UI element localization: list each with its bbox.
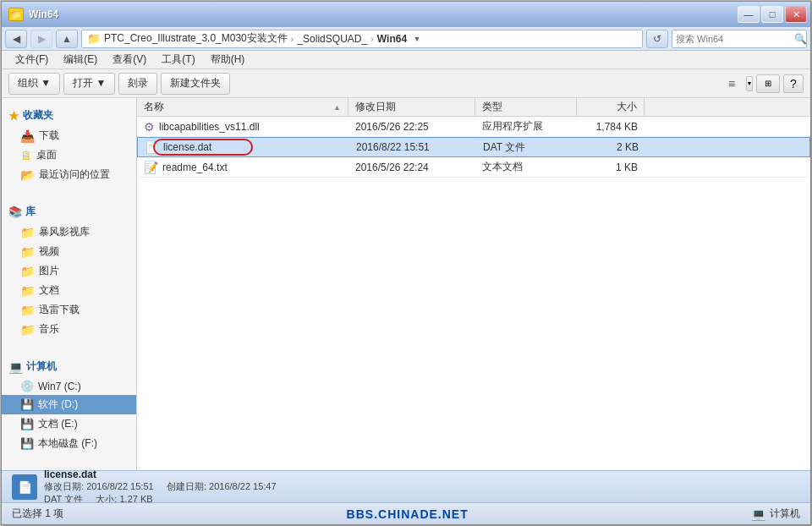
file-size-cell: 1,784 KB (577, 119, 645, 134)
e-drive-icon: 💾 (20, 418, 34, 430)
sidebar: ★ 收藏夹 📥 下载 🖥 桌面 📂 最近访问的位置 (2, 98, 137, 470)
library-header[interactable]: 📚 库 (2, 201, 136, 222)
path-sep-1: › (291, 34, 294, 44)
file-name-cell: 📄 license.dat (138, 139, 349, 156)
burn-button[interactable]: 刻录 (118, 73, 157, 95)
new-folder-label: 新建文件夹 (170, 76, 221, 90)
sidebar-item-media[interactable]: 📁 暴风影视库 (2, 222, 136, 242)
computer-header[interactable]: 💻 计算机 (2, 356, 136, 377)
library-label: 库 (25, 205, 36, 219)
sidebar-item-recent[interactable]: 📂 最近访问的位置 (2, 165, 136, 184)
address-path[interactable]: 📁 PTC_Creo_Illustrate_3.0_M030安装文件 › _So… (81, 30, 643, 48)
column-headers: 名称 ▲ 修改日期 类型 大小 (137, 98, 810, 117)
status-filename: license.dat (44, 468, 800, 480)
title-bar: 📁 Win64 — □ ✕ (2, 2, 810, 27)
view-toggle-button[interactable]: ≡ (721, 74, 743, 93)
dat-file-icon: 📄 (145, 140, 159, 154)
organize-button[interactable]: 组织 ▼ (8, 73, 60, 95)
menu-file[interactable]: 文件(F) (8, 51, 55, 68)
table-row[interactable]: 📄 license.dat 2016/8/22 15:51 DAT 文件 2 K… (137, 137, 810, 157)
c-drive-icon: 💿 (20, 380, 34, 392)
sidebar-item-docs[interactable]: 📁 文档 (2, 281, 136, 300)
menu-help[interactable]: 帮助(H) (204, 51, 252, 68)
sidebar-item-download[interactable]: 📥 下载 (2, 126, 136, 145)
sidebar-item-f-drive[interactable]: 💾 本地磁盘 (F:) (2, 434, 136, 453)
txt-file-icon: 📝 (144, 161, 158, 174)
file-list[interactable]: 名称 ▲ 修改日期 类型 大小 (137, 98, 810, 470)
pictures-folder-icon: 📁 (20, 265, 35, 278)
dll-file-icon: ⚙ (144, 120, 155, 134)
file-name-cell: ⚙ libcapabilities_vs11.dll (137, 118, 348, 135)
sidebar-thunder-label: 迅雷下载 (39, 303, 80, 317)
sidebar-item-e-drive[interactable]: 💾 文档 (E:) (2, 414, 136, 434)
watermark: BBS.CHINADE.NET (347, 507, 469, 521)
help-button[interactable]: ? (783, 74, 804, 93)
sidebar-pictures-label: 图片 (39, 264, 59, 278)
sidebar-item-c-drive[interactable]: 💿 Win7 (C:) (2, 377, 136, 395)
search-icon[interactable]: 🔍 (794, 33, 807, 45)
path-folder-icon: 📁 (87, 32, 101, 45)
create-date: 2016/8/22 15:47 (209, 481, 277, 491)
forward-button[interactable]: ▶ (30, 30, 52, 48)
file-date-cell: 2016/5/26 22:25 (348, 119, 475, 134)
burn-label: 刻录 (128, 76, 148, 90)
path-dropdown-arrow[interactable]: ▼ (410, 32, 424, 46)
table-row[interactable]: ⚙ libcapabilities_vs11.dll 2016/5/26 22:… (137, 117, 810, 137)
modify-date: 2016/8/22 15:51 (86, 481, 154, 491)
selected-count: 已选择 1 项 (12, 507, 63, 521)
col-name-label: 名称 (144, 100, 164, 114)
col-header-size[interactable]: 大小 (577, 98, 645, 117)
col-date-label: 修改日期 (355, 100, 396, 114)
view-icon-btn[interactable]: ⊞ (756, 74, 780, 93)
toolbar: 组织 ▼ 打开 ▼ 刻录 新建文件夹 ≡ ▼ ⊞ ? (2, 69, 810, 98)
sidebar-f-drive-label: 本地磁盘 (F:) (38, 436, 97, 451)
sidebar-d-drive-label: 软件 (D:) (38, 397, 78, 412)
back-button[interactable]: ◀ (5, 30, 27, 48)
sidebar-item-thunder[interactable]: 📁 迅雷下载 (2, 300, 136, 320)
new-folder-button[interactable]: 新建文件夹 (161, 73, 230, 95)
desktop-icon: 🖥 (20, 149, 32, 162)
file-row-wrapper-license: 📄 license.dat 2016/8/22 15:51 DAT 文件 2 K… (137, 137, 810, 157)
menu-tools[interactable]: 工具(T) (155, 51, 201, 68)
create-label: 创建日期: (167, 481, 206, 491)
sidebar-item-video[interactable]: 📁 视频 (2, 242, 136, 261)
sidebar-item-pictures[interactable]: 📁 图片 (2, 261, 136, 281)
up-button[interactable]: ▲ (56, 30, 78, 48)
file-date-cell: 2016/8/22 15:51 (349, 140, 476, 155)
title-bar-left: 📁 Win64 (8, 8, 58, 21)
menu-edit[interactable]: 编辑(E) (57, 51, 104, 68)
file-size-cell: 2 KB (578, 140, 645, 155)
status-info: license.dat 修改日期: 2016/8/22 15:51 创建日期: … (44, 468, 800, 506)
file-type-cell: DAT 文件 (476, 139, 578, 156)
view-dropdown[interactable]: ▼ (746, 76, 753, 91)
path-segment-1: PTC_Creo_Illustrate_3.0_M030安装文件 (104, 31, 288, 46)
file-size-cell: 1 KB (577, 160, 645, 175)
organize-label: 组织 ▼ (18, 76, 51, 90)
sidebar-video-label: 视频 (39, 244, 59, 259)
video-folder-icon: 📁 (20, 245, 35, 259)
close-button[interactable]: ✕ (785, 6, 807, 23)
address-bar: ◀ ▶ ▲ 📁 PTC_Creo_Illustrate_3.0_M030安装文件… (2, 27, 810, 51)
star-icon: ★ (8, 109, 19, 123)
col-header-date[interactable]: 修改日期 (348, 98, 475, 117)
modify-label: 修改日期: (44, 481, 84, 491)
computer-icon: 💻 (8, 360, 23, 374)
menu-view[interactable]: 查看(V) (106, 51, 153, 68)
col-header-name[interactable]: 名称 ▲ (137, 98, 348, 117)
favorites-header[interactable]: ★ 收藏夹 (2, 105, 136, 126)
search-input[interactable] (676, 34, 793, 44)
sidebar-item-desktop[interactable]: 🖥 桌面 (2, 145, 136, 165)
table-row[interactable]: 📝 readme_64.txt 2016/5/26 22:24 文本文档 1 K… (137, 157, 810, 178)
sidebar-download-label: 下载 (39, 129, 59, 143)
minimize-button[interactable]: — (738, 6, 760, 23)
file-name-text: readme_64.txt (162, 162, 228, 173)
refresh-button[interactable]: ↺ (646, 30, 668, 48)
file-type-cell: 文本文档 (475, 158, 577, 176)
menu-bar: 文件(F) 编辑(E) 查看(V) 工具(T) 帮助(H) (2, 51, 810, 69)
docs-folder-icon: 📁 (20, 284, 35, 298)
sidebar-item-d-drive[interactable]: 💾 软件 (D:) (2, 395, 136, 414)
open-button[interactable]: 打开 ▼ (63, 73, 115, 95)
sidebar-item-music[interactable]: 📁 音乐 (2, 320, 136, 339)
restore-button[interactable]: □ (761, 6, 783, 23)
col-header-type[interactable]: 类型 (475, 98, 577, 117)
